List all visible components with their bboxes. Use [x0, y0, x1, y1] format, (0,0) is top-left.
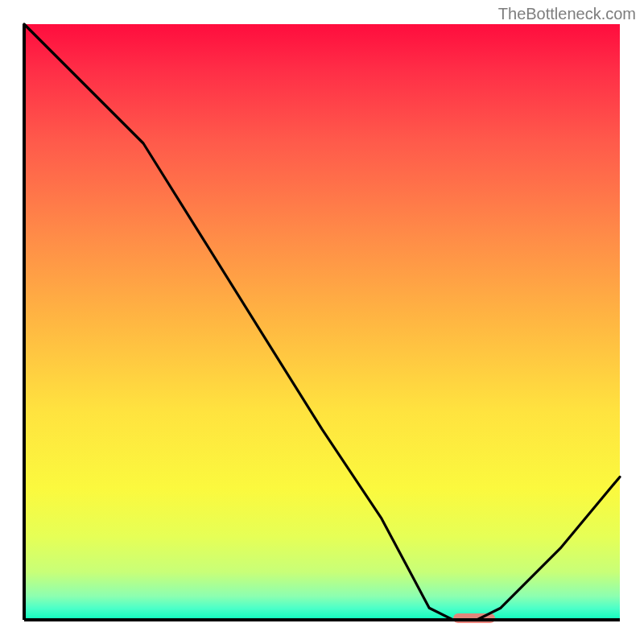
attribution-text: TheBottleneck.com: [498, 5, 636, 23]
gradient-plot-area: [24, 24, 620, 620]
optimal-range-marker: [453, 613, 495, 623]
bottleneck-chart: TheBottleneck.com: [0, 0, 644, 644]
